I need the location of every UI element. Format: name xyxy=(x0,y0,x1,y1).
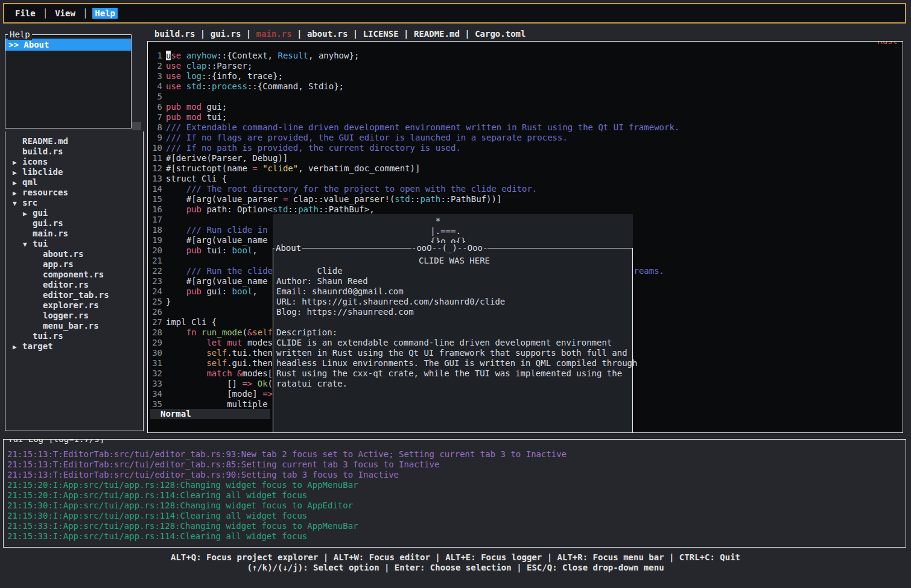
code-token: #[derive(Parser, Debug)] xyxy=(166,153,288,163)
menu-item-file[interactable]: File xyxy=(13,8,38,19)
line-number: 13 xyxy=(150,174,162,184)
tree-item-component.rs[interactable]: component.rs xyxy=(5,270,143,280)
code-line[interactable]: 6pub mod gui; xyxy=(150,102,903,112)
code-token xyxy=(232,368,237,378)
tree-item-build.rs[interactable]: build.rs xyxy=(5,147,143,157)
tree-item-gui[interactable]: ▶gui xyxy=(5,208,143,218)
code-token: mut xyxy=(227,338,242,347)
about-text-line xyxy=(276,317,632,327)
tab-separator: | xyxy=(460,29,475,39)
tree-item-tui.rs[interactable]: tui.rs xyxy=(5,331,143,341)
tree-item-label: resources xyxy=(22,188,68,197)
tree-item-editor.rs[interactable]: editor.rs xyxy=(5,280,143,290)
tree-item-libclide[interactable]: ▶libclide xyxy=(5,167,143,177)
code-line[interactable]: 5 xyxy=(150,92,903,102)
tree-item-menu_bar.rs[interactable]: menu_bar.rs xyxy=(5,321,143,331)
tab-LICENSE[interactable]: LICENSE xyxy=(363,29,399,39)
code-line[interactable]: 13struct Cli { xyxy=(150,174,903,184)
code-line[interactable]: 12#[structopt(name = "clide", verbatim_d… xyxy=(150,163,903,174)
line-number: 3 xyxy=(150,71,162,81)
about-text-line: Rust using the cxx-qt crate, while the T… xyxy=(276,368,632,379)
tree-item-explorer.rs[interactable]: explorer.rs xyxy=(5,300,143,311)
menu-item-view[interactable]: View xyxy=(52,8,78,19)
line-number: 26 xyxy=(150,307,162,317)
code-token: bool xyxy=(232,245,253,255)
about-text-line: Description: xyxy=(276,327,632,338)
line-number: 7 xyxy=(150,112,162,122)
code-token: ::PathBuf))] xyxy=(440,194,501,204)
tree-item-logger.rs[interactable]: logger.rs xyxy=(5,311,143,321)
code-line[interactable]: 10/// If no path is provided, the curren… xyxy=(150,143,903,153)
line-number: 23 xyxy=(150,276,162,286)
tree-item-label: build.rs xyxy=(22,147,63,156)
line-number: 10 xyxy=(150,143,162,153)
tab-Cargo.toml[interactable]: Cargo.toml xyxy=(475,29,525,39)
code-token: ::PathBuf>, xyxy=(319,204,375,214)
line-number: 34 xyxy=(150,389,162,399)
help-dropdown-items: >> About xyxy=(5,39,131,51)
code-token: => xyxy=(262,389,273,399)
tree-item-icons[interactable]: ▶icons xyxy=(5,157,143,167)
about-text-line: written in Rust using the Qt UI framewor… xyxy=(276,348,632,358)
tree-item-src[interactable]: ▼src xyxy=(5,198,143,208)
tab-main.rs[interactable]: main.rs xyxy=(256,29,292,39)
help-dropdown-title: Help xyxy=(8,30,32,40)
code-line[interactable]: 16 pub path: Option<std::path::PathBuf>, xyxy=(150,204,903,215)
line-number: 6 xyxy=(150,102,162,112)
code-line[interactable]: 11#[derive(Parser, Debug)] xyxy=(150,153,903,163)
code-line[interactable]: 14 /// The root directory for the projec… xyxy=(150,184,903,194)
code-token: #[arg(value_name xyxy=(166,235,273,245)
code-line[interactable]: 3use log::{info, trace}; xyxy=(150,71,903,81)
code-line[interactable]: 4use std::process::{Command, Stdio}; xyxy=(150,81,903,92)
chevron-expanded-icon: ▼ xyxy=(13,198,22,209)
line-number: 2 xyxy=(150,61,162,71)
code-token: se xyxy=(171,51,181,60)
code-token xyxy=(181,71,186,81)
tree-item-about.rs[interactable]: about.rs xyxy=(5,249,143,259)
code-line[interactable]: 2use clap::Parser; xyxy=(150,61,903,71)
code-line[interactable]: 8/// Extendable command-line driven deve… xyxy=(150,122,903,133)
tree-item-main.rs[interactable]: main.rs xyxy=(5,229,143,239)
dropdown-item-about[interactable]: >> About xyxy=(5,39,131,51)
editor-mode-indicator: Normal xyxy=(150,409,270,419)
code-token: "clide" xyxy=(262,163,298,173)
tree-item-editor_tab.rs[interactable]: editor_tab.rs xyxy=(5,290,143,300)
menu-separator: │ xyxy=(83,8,87,18)
code-line[interactable]: 15 #[arg(value_parser = clap::value_pars… xyxy=(150,194,903,204)
tree-item-gui.rs[interactable]: gui.rs xyxy=(5,218,143,229)
menu-item-help[interactable]: Help xyxy=(92,8,118,19)
about-text-line: CLIDE is an extendable command-line driv… xyxy=(276,338,632,348)
code-line[interactable]: 7pub mod tui; xyxy=(150,112,903,122)
code-token: => xyxy=(242,379,252,388)
tree-item-target[interactable]: ▶target xyxy=(5,341,143,352)
code-token: ::{Context, xyxy=(217,51,278,60)
tree-item-qml[interactable]: ▶qml xyxy=(5,177,143,188)
about-text-line xyxy=(276,266,632,276)
explorer-scrollbar-thumb[interactable] xyxy=(132,122,141,130)
code-line[interactable]: 9/// If no flags are provided, the GUI e… xyxy=(150,133,903,143)
tree-item-tui[interactable]: ▼tui xyxy=(5,239,143,249)
tab-about.rs[interactable]: about.rs xyxy=(307,29,348,39)
code-token: = xyxy=(252,163,257,173)
tree-item-app.rs[interactable]: app.rs xyxy=(5,259,143,270)
tree-item-README.md[interactable]: README.md xyxy=(5,136,143,147)
code-token xyxy=(166,358,206,368)
code-line[interactable]: 1use anyhow::{Context, Result, anyhow}; xyxy=(150,51,903,61)
tab-gui.rs[interactable]: gui.rs xyxy=(211,29,241,39)
tab-build.rs[interactable]: build.rs xyxy=(154,29,195,39)
code-token: pub xyxy=(186,245,202,255)
log-entry: 21:15:13:T:EditorTab:src/tui/editor_tab.… xyxy=(7,460,906,470)
log-entry: 21:15:20:I:App:src/tui/app.rs:128:Changi… xyxy=(7,480,906,490)
log-entry: 21:15:13:T:EditorTab:src/tui/editor_tab.… xyxy=(7,470,906,480)
tree-item-label: component.rs xyxy=(43,270,104,279)
code-token: reams. xyxy=(633,266,664,276)
tab-README.md[interactable]: README.md xyxy=(414,29,460,39)
about-art: * |.===. {}o o{} xyxy=(273,214,633,247)
code-token: std xyxy=(186,81,202,91)
code-token: ::Parser; xyxy=(206,61,252,71)
tab-separator: | xyxy=(292,29,307,39)
code-token: path xyxy=(298,204,319,214)
line-number: 21 xyxy=(150,256,162,266)
code-token: run_mode xyxy=(202,327,242,337)
tree-item-resources[interactable]: ▶resources xyxy=(5,188,143,198)
